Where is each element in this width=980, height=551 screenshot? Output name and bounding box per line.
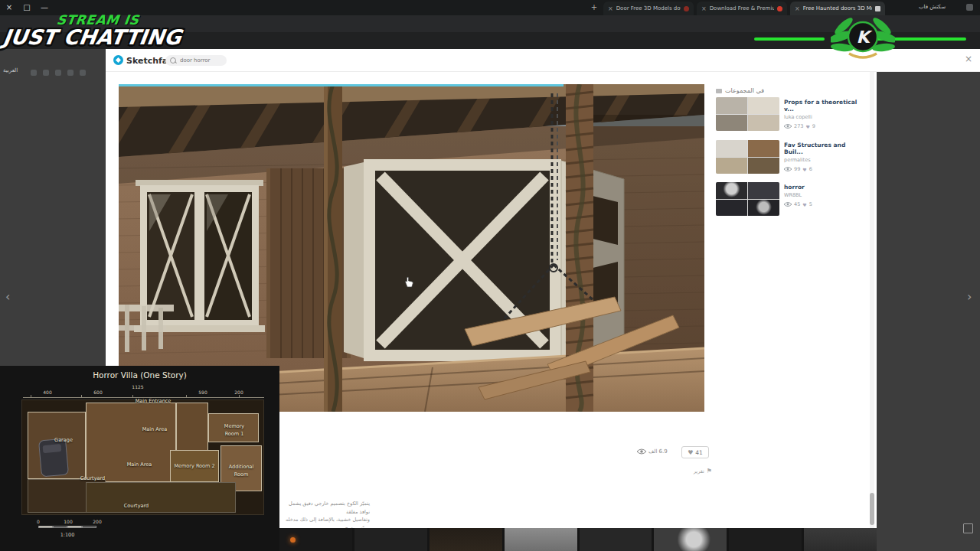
scrollbar-thumb[interactable]	[870, 493, 874, 525]
collections-panel: في المجموعات Props for a theoretical v..…	[716, 87, 866, 302]
views-count: 6.9 الف	[648, 448, 668, 455]
hand-cursor-icon	[404, 276, 414, 288]
bookmark-icon[interactable]	[80, 70, 86, 76]
window-side-label: سكتش فاب	[919, 4, 946, 10]
like-button[interactable]: ♥ 41	[681, 446, 709, 458]
ruler-value: 400	[43, 390, 51, 395]
collection-title[interactable]: Fav Structures and Buil...	[784, 142, 866, 155]
description-line: يتميّز الكوخ بتصميم خارجي دقيق يشمل نواف…	[279, 500, 370, 516]
report-link[interactable]: تقرير ⚑	[681, 468, 712, 474]
folder-icon	[716, 89, 722, 93]
window-minimize-icon[interactable]: —	[37, 2, 52, 13]
scale-bar	[53, 526, 67, 528]
scale-label: 1:100	[60, 532, 75, 538]
views-icon	[784, 202, 792, 207]
model-thumbnail[interactable]	[354, 528, 427, 551]
sketchfab-logo-icon[interactable]	[113, 55, 123, 65]
window-close-icon[interactable]: ×	[2, 2, 17, 13]
room-label: Garage	[54, 437, 73, 443]
views-count: 45	[794, 201, 800, 207]
collection-author[interactable]: luka copelli	[784, 114, 866, 120]
collection-thumbnail	[716, 97, 779, 131]
heart-icon: ♥	[688, 449, 693, 456]
collection-title[interactable]: horror	[784, 184, 866, 191]
likes-icon: ♥	[802, 202, 806, 207]
collection-thumbnail	[716, 182, 779, 216]
collection-card[interactable]: Props for a theoretical v... luka copell…	[716, 97, 866, 131]
collection-card[interactable]: Fav Structures and Buil... permalites 99…	[716, 140, 866, 174]
bookmark-icon[interactable]	[31, 70, 37, 76]
model-thumbnail[interactable]	[804, 528, 877, 551]
ruler-value: 600	[93, 390, 102, 395]
collection-stats: 45 ♥ 5	[784, 201, 866, 207]
ruler-value: 1125	[132, 384, 143, 390]
model-thumbnail[interactable]	[505, 528, 577, 551]
tab-close-icon[interactable]: ×	[608, 5, 613, 12]
fullscreen-icon[interactable]	[963, 523, 973, 533]
model-thumbnail[interactable]	[279, 528, 352, 551]
model-thumbnail[interactable]	[729, 528, 802, 551]
tab-favicon-notification	[777, 6, 782, 11]
like-count: 41	[695, 449, 703, 456]
search-box[interactable]	[165, 55, 227, 66]
prev-arrow[interactable]: ‹	[5, 289, 10, 304]
model-thumbnail[interactable]	[580, 528, 652, 551]
search-input[interactable]	[178, 57, 222, 64]
stream-progress-bar	[754, 37, 825, 41]
collection-stats: 99 ♥ 6	[784, 166, 866, 172]
tab-title: Door Free 3D Models downlo	[616, 5, 681, 11]
streamer-logo: K	[831, 5, 895, 69]
window-restore-icon[interactable]: □	[19, 2, 34, 13]
browser-tab-2[interactable]: × Download Free & Premium Do	[697, 2, 787, 15]
floorplan-title: Horror Villa (One Story)	[0, 370, 279, 380]
collection-card[interactable]: horror WR8BL 45 ♥ 5	[716, 182, 866, 216]
collection-thumbnail	[716, 140, 779, 174]
bookmarks-label[interactable]: العربية	[3, 67, 18, 73]
collections-heading: في المجموعات	[725, 87, 764, 94]
views-count: 273	[794, 123, 803, 129]
bookmark-icon[interactable]	[43, 70, 49, 76]
model-gallery-strip	[279, 528, 877, 551]
lantern-glow	[290, 537, 296, 543]
collection-title[interactable]: Props for a theoretical v...	[784, 99, 866, 112]
room-label: Courtyard	[124, 503, 149, 509]
likes-count: 9	[812, 123, 815, 129]
collection-author[interactable]: WR8BL	[784, 192, 866, 198]
tab-close-icon[interactable]: ×	[701, 5, 707, 12]
stream-status-line2: JUST CHATTING	[2, 25, 183, 49]
plan-car	[38, 439, 69, 478]
collection-author[interactable]: permalites	[784, 157, 866, 163]
floorplan-overlay: Horror Villa (One Story) 400 600 1125 59…	[0, 366, 279, 551]
new-tab-button[interactable]: +	[586, 2, 602, 13]
scrollbar-track[interactable]	[870, 72, 874, 528]
close-page-icon[interactable]: ×	[965, 54, 972, 64]
ruler-value: 590	[198, 390, 207, 395]
model-thumbnail[interactable]	[654, 528, 727, 551]
views-icon	[637, 448, 646, 455]
model-thumbnail[interactable]	[430, 528, 502, 551]
scale-tick: 0	[37, 519, 40, 524]
scale-bar	[38, 526, 53, 528]
viewer-loading-bar	[119, 84, 564, 86]
browser-tab-1[interactable]: × Door Free 3D Models downlo	[603, 2, 694, 15]
tab-close-icon[interactable]: ×	[795, 5, 800, 12]
scale-bar	[67, 526, 82, 528]
room-label: Memory Room 2	[174, 463, 214, 469]
flag-icon: ⚑	[707, 468, 712, 474]
room-label: Courtyard	[80, 475, 105, 481]
room-label: Main Area	[127, 461, 152, 468]
model-viewer[interactable]	[119, 84, 704, 412]
scale-bar	[82, 526, 96, 528]
winged-logo-icon: K	[831, 5, 895, 69]
bookmark-icon[interactable]	[67, 70, 74, 76]
next-arrow[interactable]: ›	[967, 289, 972, 304]
ruler-value: 200	[234, 390, 243, 395]
tab-menu-icon[interactable]	[966, 4, 973, 11]
plan-courtyard-bottom	[86, 482, 236, 513]
scale-tick: 100	[64, 519, 72, 524]
room-label: Additional	[229, 464, 254, 470]
room-label: Room 1	[225, 431, 244, 437]
bookmark-icon[interactable]	[55, 70, 61, 76]
room-label: Memory	[224, 423, 244, 429]
views-row: 6.9 الف	[637, 448, 677, 455]
